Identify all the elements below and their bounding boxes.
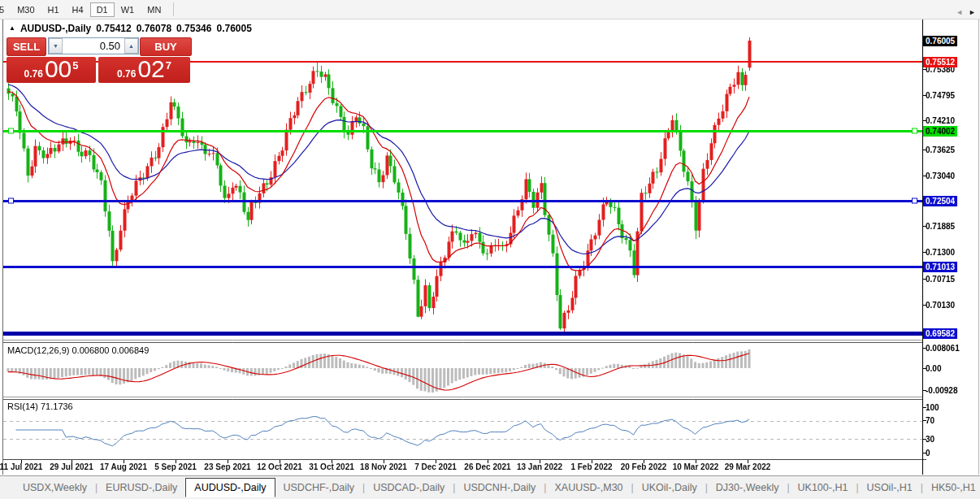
date-label-29-Mar-2022: 29 Mar 2022 [725, 462, 771, 471]
tab-UK100-H1[interactable]: UK100-,H1 [790, 479, 856, 497]
sell-price-prefix: 0.76 [24, 68, 43, 80]
rsi-indicator-label: RSI(14) 71.1736 [7, 401, 73, 411]
timeframe-button-MN[interactable]: MN [141, 2, 167, 17]
tab-UKOil-Daily[interactable]: UKOil-,Daily [634, 479, 705, 497]
date-label-26-Dec-2021: 26 Dec 2021 [464, 462, 510, 471]
tab-USOil-H1[interactable]: USOil-,H1 [859, 479, 921, 497]
buy-price-main: 02 [137, 57, 164, 81]
price-axis-label-0.69582: 0.69582 [923, 328, 957, 339]
rsi-axis-label-0: 0 [926, 448, 930, 458]
price-axis-label-0.76005: 0.76005 [923, 36, 957, 46]
timeframe-button-M30[interactable]: M30 [11, 2, 41, 17]
date-label-31-Oct-2021: 31 Oct 2021 [309, 462, 354, 471]
price-axis-label-0.74795: 0.74795 [926, 90, 955, 101]
tab-DJ30-Weekly[interactable]: DJ30-,Weekly [708, 479, 787, 497]
tab-USDX-Weekly[interactable]: USDX,Weekly [15, 479, 95, 497]
price-axis-label-0.74210: 0.74210 [926, 115, 955, 126]
rsi-axis-label-100: 100 [926, 402, 939, 413]
volume-up-button[interactable]: ▲ [124, 38, 138, 54]
date-label-10-Mar-2022: 10 Mar 2022 [673, 462, 719, 471]
line-handle[interactable] [8, 198, 14, 204]
chart-ohlc-title: ▲ AUDUSD-,Daily 0.75412 0.76078 0.75346 … [9, 23, 252, 34]
price-axis-label-0.73040: 0.73040 [926, 171, 955, 181]
chart-tab-bar: USDX,Weekly|EURUSD-,DailyAUDUSD-,DailyUS… [0, 475, 980, 499]
timeframe-button-D1[interactable]: D1 [90, 2, 115, 17]
date-label-5-Sep-2021: 5 Sep 2021 [154, 462, 197, 471]
price-axis-label-0.72504: 0.72504 [923, 196, 957, 206]
price-axis-label-0.75512: 0.75512 [923, 57, 957, 67]
line-handle[interactable] [8, 128, 14, 134]
price-axis-label-0.70130: 0.70130 [926, 300, 955, 310]
line-handle[interactable] [912, 128, 917, 134]
ohlc-low: 0.75346 [176, 23, 211, 34]
volume-input[interactable] [63, 38, 124, 54]
volume-control: ▼ ▲ [48, 37, 139, 54]
rsi-axis-label-30: 30 [926, 434, 934, 445]
tab-AUDUSD-Daily[interactable]: AUDUSD-,Daily [185, 478, 275, 497]
timeframe-button-5[interactable]: 5 [0, 2, 11, 17]
timeframe-button-H4[interactable]: H4 [66, 2, 90, 17]
tab-USDCAD-Daily[interactable]: USDCAD-,Daily [365, 479, 453, 497]
tab-USDCNH-Daily[interactable]: USDCNH-,Daily [455, 479, 544, 497]
price-axis-label-0.71885: 0.71885 [926, 221, 955, 232]
price-axis-label-0.73625: 0.73625 [926, 145, 955, 155]
sell-price-sup: 5 [72, 59, 78, 72]
symbol-collapse-icon[interactable]: ▲ [9, 24, 15, 32]
macd-value-signal: 0.006849 [111, 345, 149, 355]
tab-XAUUSD-M30[interactable]: XAUUSD-,M30 [546, 479, 631, 497]
timeframe-button-H1[interactable]: H1 [41, 2, 66, 17]
price-axis-label-0.71300: 0.71300 [926, 247, 955, 258]
rsi-name: RSI(14) [7, 401, 38, 411]
date-label-11-Jul-2021: 11 Jul 2021 [0, 462, 42, 471]
buy-button[interactable]: BUY [140, 37, 192, 56]
tab-HK50-H1[interactable]: HK50-,H1 [923, 479, 980, 497]
date-label-7-Dec-2021: 7 Dec 2021 [414, 462, 457, 471]
rsi-axis-label-70: 70 [926, 415, 934, 426]
price-axis-label-0.74002: 0.74002 [923, 126, 957, 137]
macd-name: MACD(12,26,9) [7, 345, 69, 355]
price-axis-label-0.71013: 0.71013 [923, 262, 957, 272]
date-label-12-Oct-2021: 12 Oct 2021 [257, 462, 302, 471]
symbol-name: AUDUSD-,Daily [20, 23, 91, 34]
line-handle[interactable] [912, 198, 917, 204]
tab-USDCHF-Daily[interactable]: USDCHF-,Daily [275, 479, 363, 497]
toolbar-separator [173, 2, 174, 16]
date-label-13-Jan-2022: 13 Jan 2022 [517, 462, 562, 471]
timeframe-toolbar: 5M30H1H4D1W1MN [0, 0, 980, 20]
macd-value-main: 0.006800 [72, 345, 109, 355]
sell-button[interactable]: SELL [7, 37, 46, 56]
mt4-window: 5M30H1H4D1W1MN ▲ AUDUSD-,Daily 0.75412 0… [0, 0, 980, 499]
horizontal-line-0.71013[interactable] [3, 266, 922, 268]
tab-scroll-arrows: ◄► [956, 0, 976, 24]
date-label-20-Feb-2022: 20 Feb 2022 [621, 462, 667, 471]
ohlc-open: 0.75412 [96, 23, 131, 34]
horizontal-line-0.69582[interactable] [3, 332, 922, 336]
buy-price-prefix: 0.76 [117, 68, 136, 80]
ohlc-close: 0.76005 [216, 23, 251, 34]
rsi-value: 71.1736 [41, 401, 73, 411]
date-label-29-Jul-2021: 29 Jul 2021 [50, 462, 93, 471]
date-label-17-Aug-2021: 17 Aug 2021 [100, 462, 147, 471]
buy-price-sup: 7 [166, 59, 171, 72]
date-label-1-Feb-2022: 1 Feb 2022 [570, 462, 612, 471]
date-label-23-Sep-2021: 23 Sep 2021 [204, 462, 250, 471]
timeframe-button-W1[interactable]: W1 [115, 2, 141, 17]
horizontal-line-0.72504[interactable] [3, 200, 922, 202]
date-label-18-Nov-2021: 18 Nov 2021 [360, 462, 407, 471]
sell-price-display[interactable]: 0.76 00 5 [7, 57, 96, 83]
horizontal-line-0.74002[interactable] [3, 130, 922, 132]
price-axis-label-0.70715: 0.70715 [926, 274, 955, 284]
macd-axis-label--0.00928: -0.00928 [926, 385, 957, 396]
one-click-trading-panel: SELL ▼ ▲ BUY 0.76 00 5 0.76 02 7 [7, 37, 190, 84]
tab-scroll-right-icon[interactable]: ► [969, 8, 976, 16]
macd-indicator-label: MACD(12,26,9) 0.006800 0.006849 [7, 345, 149, 355]
tab-scroll-left-icon[interactable]: ◄ [956, 8, 963, 16]
buy-price-display[interactable]: 0.76 02 7 [98, 57, 190, 83]
sell-price-main: 00 [45, 57, 72, 81]
macd-axis-label-0.008061: 0.008061 [926, 343, 960, 354]
tab-EURUSD-Daily[interactable]: EURUSD-,Daily [98, 479, 185, 497]
volume-down-button[interactable]: ▼ [49, 38, 63, 54]
macd-axis-label-0.00: 0.00 [926, 363, 941, 374]
ohlc-high: 0.76078 [137, 23, 171, 34]
